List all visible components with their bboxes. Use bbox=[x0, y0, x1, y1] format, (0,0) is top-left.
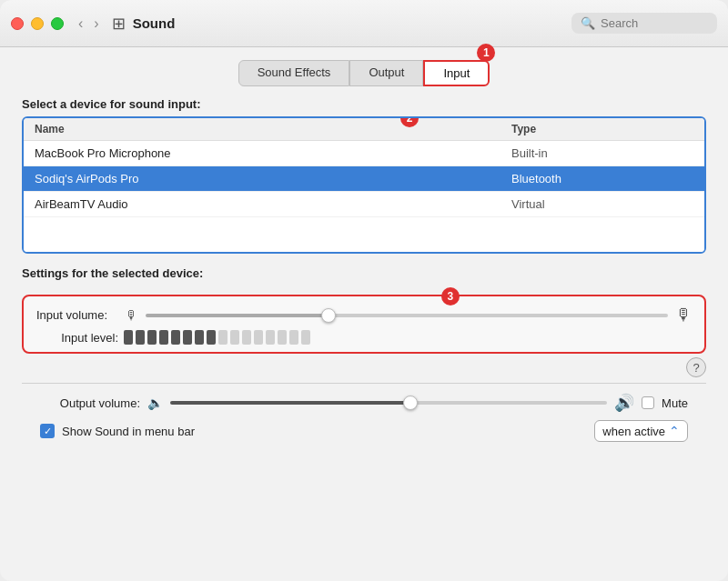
level-bar-14 bbox=[278, 330, 287, 345]
level-bar-2 bbox=[136, 330, 145, 345]
tab-input-wrapper: 1 Input bbox=[423, 60, 490, 86]
search-input[interactable] bbox=[601, 16, 708, 30]
level-bars bbox=[124, 330, 310, 345]
mic-icon-high: 🎙 bbox=[675, 306, 692, 325]
device-type-2: Virtual bbox=[511, 197, 693, 211]
tab-output[interactable]: Output bbox=[349, 60, 423, 86]
level-bar-12 bbox=[254, 330, 263, 345]
titlebar: ‹ › ⊞ Sound 🔍 bbox=[0, 0, 728, 47]
search-icon: 🔍 bbox=[581, 16, 595, 30]
minimize-button[interactable] bbox=[31, 17, 44, 30]
level-bar-1 bbox=[124, 330, 133, 345]
col-header-name: Name bbox=[35, 123, 511, 135]
settings-box: 3 Input volume: 🎙 🎙 Input level: bbox=[22, 295, 706, 354]
input-volume-slider[interactable] bbox=[146, 314, 668, 317]
annotation-3: 3 bbox=[441, 287, 460, 306]
level-bar-5 bbox=[171, 330, 180, 345]
level-bar-6 bbox=[183, 330, 192, 345]
device-table: 2 Name Type MacBook Pro Microphone Built… bbox=[22, 116, 706, 254]
help-button[interactable]: ? bbox=[686, 357, 706, 377]
menu-bar-label: Show Sound in menu bar bbox=[62, 425, 587, 438]
tab-input[interactable]: Input bbox=[423, 60, 490, 86]
output-volume-row: Output volume: 🔈 🔊 Mute bbox=[22, 393, 706, 413]
table-header: Name Type bbox=[24, 118, 704, 141]
device-name-0: MacBook Pro Microphone bbox=[35, 146, 511, 160]
level-bar-4 bbox=[159, 330, 168, 345]
main-content: Sound Effects Output 1 Input Select a de… bbox=[0, 47, 728, 581]
output-volume-slider[interactable] bbox=[170, 401, 607, 405]
table-spacer bbox=[24, 217, 704, 252]
input-volume-label: Input volume: bbox=[36, 308, 118, 322]
mic-icon-low: 🎙 bbox=[126, 308, 138, 323]
device-name-1: Sodiq's AirPods Pro bbox=[35, 172, 511, 185]
show-sound-checkbox[interactable]: ✓ bbox=[40, 424, 55, 438]
when-active-dropdown[interactable]: when active ⌃ bbox=[594, 420, 688, 442]
back-button[interactable]: ‹ bbox=[75, 14, 86, 34]
col-header-type: Type bbox=[511, 123, 693, 135]
table-row[interactable]: AirBeamTV Audio Virtual bbox=[24, 192, 704, 217]
table-row[interactable]: MacBook Pro Microphone Built-in bbox=[24, 141, 704, 166]
mute-label: Mute bbox=[662, 396, 688, 410]
dropdown-arrow-icon: ⌃ bbox=[669, 424, 680, 438]
level-bar-16 bbox=[301, 330, 310, 345]
tab-bar: Sound Effects Output 1 Input bbox=[22, 47, 706, 97]
bottom-controls: Output volume: 🔈 🔊 Mute ✓ Show Sound in … bbox=[22, 383, 706, 442]
level-bar-13 bbox=[266, 330, 275, 345]
tab-sound-effects[interactable]: Sound Effects bbox=[238, 60, 350, 86]
checkmark-icon: ✓ bbox=[44, 426, 52, 437]
nav-arrows: ‹ › bbox=[75, 14, 103, 34]
device-type-0: Built-in bbox=[511, 146, 693, 160]
annotation-1: 1 bbox=[477, 44, 495, 62]
output-volume-label: Output volume: bbox=[40, 396, 140, 410]
question-area: ? bbox=[22, 357, 706, 377]
volume-high-icon: 🔊 bbox=[614, 393, 634, 413]
level-bar-9 bbox=[218, 330, 228, 345]
window-title: Sound bbox=[133, 15, 571, 31]
level-bar-8 bbox=[207, 330, 216, 345]
search-bar[interactable]: 🔍 bbox=[571, 13, 717, 34]
level-bar-15 bbox=[289, 330, 298, 345]
grid-icon[interactable]: ⊞ bbox=[112, 14, 126, 34]
level-bar-11 bbox=[242, 330, 251, 345]
fullscreen-button[interactable] bbox=[51, 17, 64, 30]
when-active-text: when active bbox=[602, 425, 665, 438]
device-section-label: Select a device for sound input: bbox=[22, 97, 706, 111]
mute-checkbox[interactable] bbox=[642, 396, 654, 409]
settings-section-label: Settings for the selected device: bbox=[22, 266, 203, 280]
input-level-row: Input level: bbox=[36, 330, 692, 345]
menu-bar-row: ✓ Show Sound in menu bar when active ⌃ bbox=[22, 420, 706, 442]
input-level-label: Input level: bbox=[36, 331, 118, 345]
forward-button[interactable]: › bbox=[90, 14, 102, 34]
device-type-1: Bluetooth bbox=[511, 172, 693, 185]
slider-thumb[interactable] bbox=[321, 308, 336, 323]
level-bar-7 bbox=[195, 330, 204, 345]
device-name-2: AirBeamTV Audio bbox=[35, 197, 511, 211]
table-row-selected[interactable]: Sodiq's AirPods Pro Bluetooth bbox=[24, 166, 704, 192]
volume-low-icon: 🔈 bbox=[147, 396, 163, 410]
level-bar-3 bbox=[147, 330, 157, 345]
traffic-lights bbox=[11, 17, 64, 30]
close-button[interactable] bbox=[11, 17, 24, 30]
vol-slider-thumb[interactable] bbox=[403, 396, 418, 410]
input-volume-row: Input volume: 🎙 🎙 bbox=[36, 306, 692, 325]
level-bar-10 bbox=[230, 330, 239, 345]
